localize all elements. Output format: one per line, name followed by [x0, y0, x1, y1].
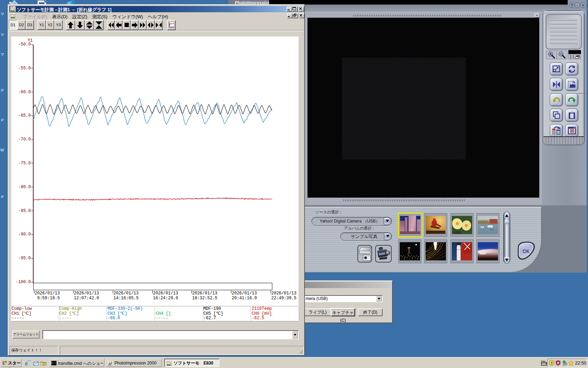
svg-text:OK: OK — [523, 248, 530, 254]
svg-text:!: ! — [551, 361, 553, 365]
